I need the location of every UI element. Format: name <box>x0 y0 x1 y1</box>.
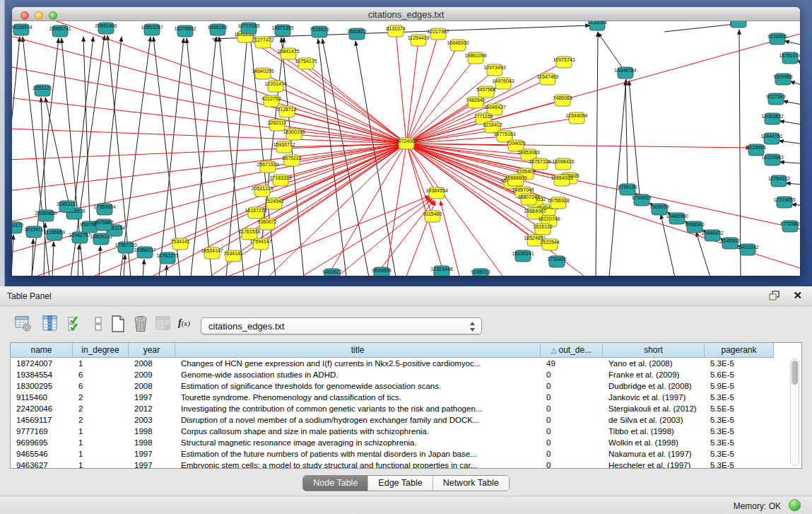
citation-graph[interactable]: 1872400712754175188414752127747218412552… <box>12 21 800 276</box>
graph-node-7515526[interactable]: 7515526 <box>310 26 329 37</box>
table-settings-icon[interactable] <box>14 315 33 334</box>
graph-node-16096416[interactable]: 16096416 <box>552 158 574 170</box>
graph-node-7524542[interactable]: 7524542 <box>264 198 283 209</box>
graph-node-12754175[interactable]: 12754175 <box>295 58 317 69</box>
graph-node-9975887[interactable]: 9975887 <box>94 219 113 230</box>
graph-node-18841475[interactable]: 18841475 <box>277 48 299 59</box>
graph-node-21277472[interactable]: 21277472 <box>252 37 273 48</box>
column-header-year[interactable]: year <box>129 343 175 358</box>
graph-node-2128713[interactable]: 2128713 <box>277 106 296 117</box>
tab-node-table[interactable]: Node Table <box>303 476 368 491</box>
vertical-scrollbar[interactable] <box>790 358 799 466</box>
graph-node-10975743[interactable]: 10975743 <box>553 57 575 68</box>
column-header-pagerank[interactable]: pagerank <box>705 343 774 358</box>
graph-node-20531213[interactable]: 20531213 <box>251 185 273 197</box>
graph-node-2522544[interactable]: 2522544 <box>540 239 559 250</box>
column-select-icon[interactable] <box>41 315 59 334</box>
graph-node-15930712[interactable]: 15930712 <box>273 141 295 153</box>
graph-node-7663822[interactable]: 7663822 <box>347 28 366 40</box>
graph-node-6772680[interactable]: 6772680 <box>780 221 799 232</box>
graph-node-5497568[interactable]: 5497568 <box>476 86 495 98</box>
function-builder-icon[interactable]: f(x) <box>178 317 196 337</box>
tab-network-table[interactable]: Network Table <box>433 476 509 491</box>
graph-node-19861098[interactable]: 19861098 <box>464 52 486 64</box>
graph-node-19384554[interactable]: 19384554 <box>425 187 447 199</box>
scrollbar-thumb[interactable] <box>792 361 798 385</box>
graph-node-9329966[interactable]: 9329966 <box>773 74 792 85</box>
column-header-in_degree[interactable]: in_degree <box>73 343 129 358</box>
graph-node-11547469[interactable]: 11547469 <box>537 74 559 85</box>
graph-node-3915911[interactable]: 3915911 <box>25 226 44 238</box>
graph-node-7485083[interactable]: 7485083 <box>553 95 572 106</box>
graph-node-18757105[interactable]: 18757105 <box>529 158 551 170</box>
graph-node-9227343[interactable]: 9227343 <box>766 93 785 105</box>
graph-node-10688609[interactable]: 10688609 <box>505 175 526 186</box>
graph-node-12093872[interactable]: 12093872 <box>761 113 783 124</box>
table-row[interactable]: 946362711997Embryonic stem cells: a mode… <box>11 460 788 469</box>
column-header-out_de[interactable]: △out_de... <box>541 343 603 358</box>
graph-node-1615132[interactable]: 1615132 <box>533 223 552 235</box>
graph-node-19756928[interactable]: 19756928 <box>547 197 569 209</box>
row-height-icon[interactable] <box>89 315 107 334</box>
graph-node-18534147[interactable]: 18534147 <box>201 247 223 259</box>
new-table-icon[interactable] <box>109 315 127 334</box>
graph-node-8799130[interactable]: 8799130 <box>618 184 637 195</box>
graph-node-15278602[interactable]: 15278602 <box>174 25 196 37</box>
graph-node-16646930[interactable]: 16646930 <box>447 40 469 51</box>
table-row[interactable]: 2242004622012Investigating the contribut… <box>11 403 788 414</box>
graph-node-12217987[interactable]: 12217987 <box>427 28 449 40</box>
memory-ok-indicator-icon[interactable] <box>789 499 801 511</box>
column-header-title[interactable]: title <box>175 343 541 358</box>
graph-node-7534141[interactable]: 7534141 <box>170 238 189 250</box>
graph-node-6793919[interactable]: 6793919 <box>632 194 651 206</box>
graph-node-11156869[interactable]: 11156869 <box>44 229 65 240</box>
table-row[interactable]: 977716911998Corpus callosum shape and si… <box>11 426 788 437</box>
column-header-short[interactable]: short <box>603 343 705 358</box>
tab-edge-table[interactable]: Edge Table <box>368 476 433 491</box>
graph-node-12942757[interactable]: 12942757 <box>69 232 90 243</box>
graph-node-10973493[interactable]: 10973493 <box>483 64 505 76</box>
graph-node-2053121[interactable]: 2053121 <box>33 85 52 96</box>
graph-node-8675213[interactable]: 8675213 <box>282 155 301 166</box>
table-row[interactable]: 1872400712008Changes of HCN gene express… <box>11 358 788 369</box>
graph-node-4212752[interactable]: 4212752 <box>261 95 281 107</box>
graph-node-16210643[interactable]: 16210643 <box>761 154 783 165</box>
column-header-name[interactable]: name <box>11 343 73 358</box>
graph-node-17183319[interactable]: 17183319 <box>269 175 291 186</box>
graph-node-11254419[interactable]: 11254419 <box>408 35 430 46</box>
float-panel-icon[interactable] <box>769 291 781 301</box>
delete-icon[interactable] <box>131 315 150 334</box>
graph-node-14671355[interactable]: 14671355 <box>271 25 293 36</box>
graph-node-1733426[interactable]: 1733426 <box>547 256 566 267</box>
graph-node-12764113[interactable]: 12764113 <box>768 175 790 187</box>
graph-node-16083809[interactable]: 16083809 <box>727 21 749 28</box>
graph-node-6466160[interactable]: 6466160 <box>208 24 227 35</box>
graph-node-8133054[interactable]: 8133054 <box>587 21 606 30</box>
table-selector-combobox[interactable]: citations_edges.txt <box>201 317 482 334</box>
graph-node-11544094[interactable]: 11544094 <box>566 112 588 124</box>
graph-node-17594147[interactable]: 17594147 <box>249 238 271 250</box>
graph-node-24035574[interactable]: 24035574 <box>12 24 33 35</box>
graph-node-15136141[interactable]: 15136141 <box>512 250 534 262</box>
graph-node-9245013[interactable]: 9245013 <box>471 269 490 276</box>
graph-node-9115460[interactable]: 9115460 <box>423 211 442 222</box>
graph-node-12323448[interactable]: 12323448 <box>430 266 452 276</box>
graph-node-10853257[interactable]: 10853257 <box>141 24 163 35</box>
window-titlebar[interactable]: citations_edges.txt <box>12 7 800 21</box>
graph-node-8215955[interactable]: 8215955 <box>746 144 765 156</box>
graph-node-18300295[interactable]: 18300295 <box>283 129 305 140</box>
graph-node-16648784[interactable]: 16648784 <box>614 67 636 78</box>
graph-node-15958107[interactable]: 15958107 <box>134 247 155 258</box>
graph-node-16782275[interactable]: 16782275 <box>156 252 178 264</box>
graph-node-25671510[interactable]: 25671510 <box>257 161 278 173</box>
delete-table-icon[interactable] <box>154 315 172 334</box>
graph-node-18724007[interactable]: 18724007 <box>395 138 417 149</box>
graph-node-12103655[interactable]: 12103655 <box>773 197 795 208</box>
table-row[interactable]: 1938455462009Genome-wide association stu… <box>11 369 788 380</box>
graph-node-7634141[interactable]: 7634141 <box>223 250 242 262</box>
table-row[interactable]: 969969511998Structural magnetic resonanc… <box>11 437 788 448</box>
graph-node-18807243[interactable]: 18807243 <box>517 194 539 205</box>
graph-node-17359924[interactable]: 17359924 <box>93 204 115 215</box>
graph-node-9218506[interactable]: 9218506 <box>767 33 787 45</box>
table-row[interactable]: 1830029562008Estimation of significance … <box>11 380 788 392</box>
